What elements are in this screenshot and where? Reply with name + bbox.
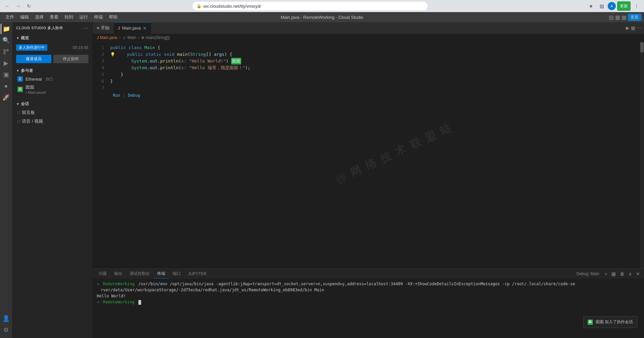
menu-button[interactable]: ⋮ — [632, 1, 641, 11]
activity-account[interactable]: 👤 — [1, 313, 11, 324]
notification-text: 囡囡 加入了协作会话 — [596, 319, 633, 325]
panel-tab-jupyter[interactable]: JUPYTER — [185, 269, 210, 279]
layout-btn-2[interactable]: ▩ — [615, 14, 620, 20]
menu-select[interactable]: 选择 — [32, 13, 46, 21]
sidebar: CLOUD STUDIO 多人协作 ⋯ ▼ 概览 多人协作进行中 00:15:4… — [12, 22, 93, 338]
section-overview[interactable]: ▼ 概览 — [12, 34, 92, 42]
chevron-down-icon: ▼ — [16, 36, 19, 40]
menu-help[interactable]: 帮助 — [106, 13, 120, 21]
code-content[interactable]: public class Main { 💡 public static void… — [108, 42, 640, 268]
scrollbar-track[interactable] — [640, 42, 644, 268]
activity-deploy[interactable]: 🚀 — [1, 92, 11, 103]
panel-tab-problems[interactable]: 问题 — [95, 269, 110, 279]
sidebar-more-btn[interactable]: ⋯ — [83, 25, 88, 31]
bookmark-button[interactable]: ★ — [586, 1, 596, 11]
panel-close-btn[interactable]: ✕ — [635, 270, 641, 277]
section-session[interactable]: ▼ 会话 — [12, 100, 92, 108]
panel-tab-terminal[interactable]: 终端 — [154, 269, 169, 279]
url-text: wx.cloudstudio.net/tty/vmixyd/ — [204, 4, 261, 9]
activity-flask[interactable]: ● — [1, 81, 11, 91]
terminal-path-1: RemoteWorking — [103, 282, 134, 286]
session-item-board[interactable]: □ 留言板 — [12, 108, 92, 117]
stop-collab-button[interactable]: 停止协作 — [53, 55, 89, 63]
panel-tab-output[interactable]: 输出 — [111, 269, 126, 279]
terminal-arrow-2: → — [97, 300, 99, 304]
layout-btn-3[interactable]: ▦ — [621, 14, 627, 20]
panel-trash-btn[interactable]: 🗑 — [618, 270, 626, 277]
menu-file[interactable]: 文件 — [3, 13, 17, 21]
split-editor-button[interactable]: ▦ — [631, 25, 635, 31]
profile-button[interactable]: A — [608, 2, 616, 10]
activity-explorer[interactable]: 📁 — [1, 24, 11, 34]
activity-search[interactable]: 🔍 — [1, 35, 11, 46]
layout-btn-1[interactable]: ▨ — [609, 14, 614, 20]
debug-link[interactable]: Debug — [128, 92, 140, 99]
menu-goto[interactable]: 转到 — [62, 13, 76, 21]
breadcrumb-file[interactable]: J Main.java — [97, 35, 117, 40]
refresh-button[interactable]: ↻ — [24, 1, 34, 11]
menu-view[interactable]: 查看 — [47, 13, 61, 21]
panel-tab-debug[interactable]: 调试控制台 — [126, 269, 153, 279]
panel-chevron-up-btn[interactable]: ∧ — [627, 270, 633, 277]
terminal-line-1b: rver/data/User/workspaceStorage/-2d75ecb… — [97, 287, 640, 293]
session-voice-label: 语音 / 视频 — [22, 118, 43, 124]
overview-label: 概览 — [21, 35, 29, 41]
browser-actions: ★ ▨ A 更新 ⋮ — [586, 1, 641, 11]
back-button[interactable]: ← — [3, 1, 12, 11]
extension-button[interactable]: ▨ — [597, 1, 606, 11]
run-link[interactable]: Run — [113, 92, 120, 99]
panel-split-btn[interactable]: ▦ — [610, 270, 617, 277]
update-app-button[interactable]: 更新 — [628, 14, 641, 21]
more-actions-button[interactable]: ⋯ — [637, 25, 641, 31]
code-editor: @ 网 络 技 术 联 盟 站 1 2 3 4 5 6 7 public cla… — [93, 42, 644, 268]
chevron-down-icon-3: ▼ — [16, 102, 19, 106]
update-button[interactable]: 更新 — [617, 1, 631, 11]
forward-button[interactable]: → — [13, 1, 23, 11]
breadcrumb-sep-1: > — [119, 35, 121, 40]
session-label: 会话 — [21, 101, 29, 107]
browser-nav-buttons: ← → ↻ — [3, 1, 34, 11]
line-num-6: 6 — [93, 78, 104, 85]
participants-section: ▼ 参与者 E Ethereal 自己 囡 囡囡 • Main.java4 — [12, 65, 92, 97]
terminal-line-1: → RemoteWorking /usr/bin/env /opt/java/b… — [97, 281, 640, 287]
code-line-6: } — [110, 78, 640, 85]
address-bar[interactable]: 🔒 wx.cloudstudio.net/tty/vmixyd/ — [192, 2, 428, 10]
board-icon: □ — [17, 110, 20, 115]
activity-settings[interactable]: ⚙ — [1, 325, 11, 335]
tab-start[interactable]: ≡ 开始 — [93, 22, 114, 34]
menu-terminal[interactable]: 终端 — [91, 13, 105, 21]
terminal-arrow-1: → — [97, 282, 99, 286]
invite-members-button[interactable]: 邀请成员 — [16, 55, 51, 63]
activity-extensions[interactable]: ▣ — [1, 69, 11, 80]
participants-label: 参与者 — [21, 68, 33, 74]
lightbulb-icon: 💡 — [110, 51, 115, 58]
activity-run[interactable]: ▶ — [1, 58, 11, 69]
voice-icon: □ — [17, 119, 20, 124]
run-button[interactable]: ▶ — [626, 25, 630, 31]
editor-actions: ▶ ▦ ⋯ — [626, 25, 644, 31]
tab-main-java[interactable]: J Main.java ✕ — [114, 22, 151, 34]
section-participants[interactable]: ▼ 参与者 — [12, 67, 92, 75]
breadcrumb-method[interactable]: ⊕ main(String[]) — [141, 35, 170, 40]
participant-item-ethereal[interactable]: E Ethereal 自己 — [12, 75, 92, 83]
participant-item-nannian[interactable]: 囡 囡囡 • Main.java4 — [12, 83, 92, 96]
breadcrumb-class[interactable]: ☺ Main — [122, 35, 136, 40]
java-icon: J — [118, 26, 120, 31]
activity-source-control[interactable] — [1, 46, 11, 57]
terminal[interactable]: → RemoteWorking /usr/bin/env /opt/java/b… — [93, 279, 644, 336]
menu-run[interactable]: 运行 — [77, 13, 91, 21]
editor-panel-area: ≡ 开始 J Main.java ✕ ▶ ▦ ⋯ J Main.java > ☺… — [93, 22, 644, 338]
panel-add-btn[interactable]: + — [603, 270, 609, 277]
sidebar-title: CLOUD STUDIO 多人协作 — [16, 26, 63, 31]
run-debug-bar: Run | Debug — [108, 91, 640, 99]
panel-tab-ports[interactable]: 端口 — [169, 269, 184, 279]
notification: 囡 囡囡 加入了协作会话 — [583, 316, 637, 328]
collab-status-badge[interactable]: 多人协作进行中 — [16, 44, 47, 51]
session-item-voice[interactable]: □ 语音 / 视频 — [12, 117, 92, 126]
menu-edit[interactable]: 编辑 — [17, 13, 32, 21]
scrollbar-thumb[interactable] — [640, 42, 644, 52]
tab-main-java-label: Main.java — [122, 26, 141, 31]
tab-close-button[interactable]: ✕ — [143, 26, 147, 31]
tab-bar: ≡ 开始 J Main.java ✕ ▶ ▦ ⋯ — [93, 22, 644, 34]
code-line-1: public class Main { — [110, 44, 640, 51]
